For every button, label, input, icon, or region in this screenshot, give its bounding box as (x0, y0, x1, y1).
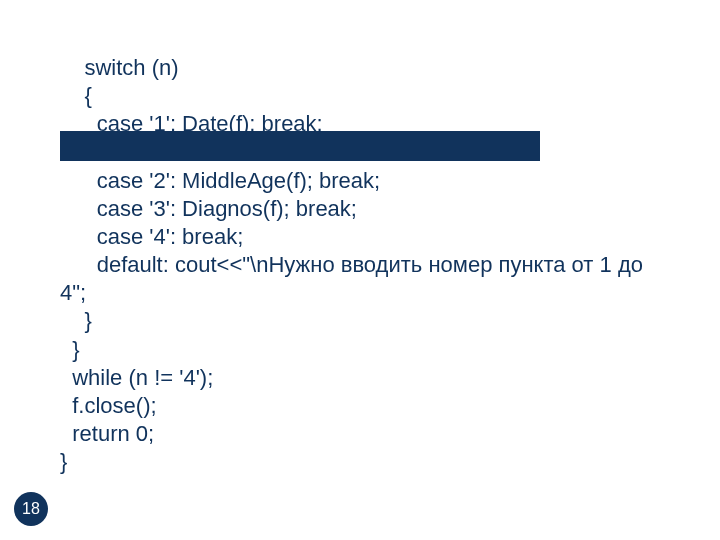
code-line: default: cout<<"\nНужно вводить номер пу… (60, 251, 700, 279)
code-block: switch (n) { case '1': Date(f); break; c… (60, 54, 700, 476)
code-line: switch (n) (60, 54, 700, 82)
code-line: case '4': break; (60, 223, 700, 251)
code-line: f.close(); (60, 392, 700, 420)
code-line: case '2': MiddleAge(f); break; (60, 167, 700, 195)
slide: switch (n) { case '1': Date(f); break; c… (0, 0, 720, 540)
code-line: while (n != '4'); (60, 364, 700, 392)
page-number: 18 (14, 492, 48, 526)
code-line: case '1': Date(f); break; (60, 110, 700, 138)
code-line: 4"; (60, 279, 700, 307)
code-line: } (60, 307, 700, 335)
code-line: { (60, 82, 700, 110)
code-line (60, 138, 700, 166)
code-line: } (60, 336, 700, 364)
code-line: } (60, 448, 700, 476)
code-line: return 0; (60, 420, 700, 448)
code-line: case '3': Diagnos(f); break; (60, 195, 700, 223)
